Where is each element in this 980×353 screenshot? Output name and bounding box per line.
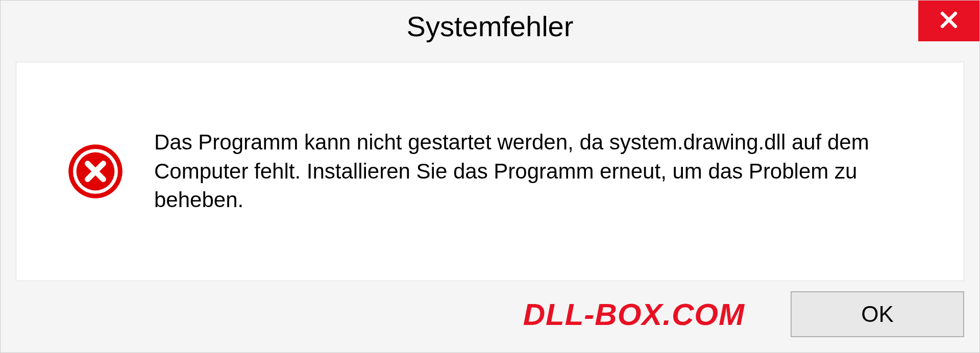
close-icon bbox=[938, 9, 960, 33]
titlebar: Systemfehler bbox=[1, 1, 979, 52]
ok-button[interactable]: OK bbox=[791, 291, 964, 337]
dialog-title: Systemfehler bbox=[407, 10, 574, 43]
ok-button-label: OK bbox=[861, 301, 894, 327]
dialog-footer: DLL-BOX.COM OK bbox=[1, 291, 979, 352]
close-button[interactable] bbox=[918, 1, 979, 41]
watermark-text: DLL-BOX.COM bbox=[523, 297, 745, 332]
error-dialog: Systemfehler Das Programm kann nicht ges… bbox=[0, 0, 980, 353]
error-icon bbox=[67, 143, 124, 199]
content-panel: Das Programm kann nicht gestartet werden… bbox=[16, 62, 964, 281]
error-message: Das Programm kann nicht gestartet werden… bbox=[154, 128, 913, 215]
